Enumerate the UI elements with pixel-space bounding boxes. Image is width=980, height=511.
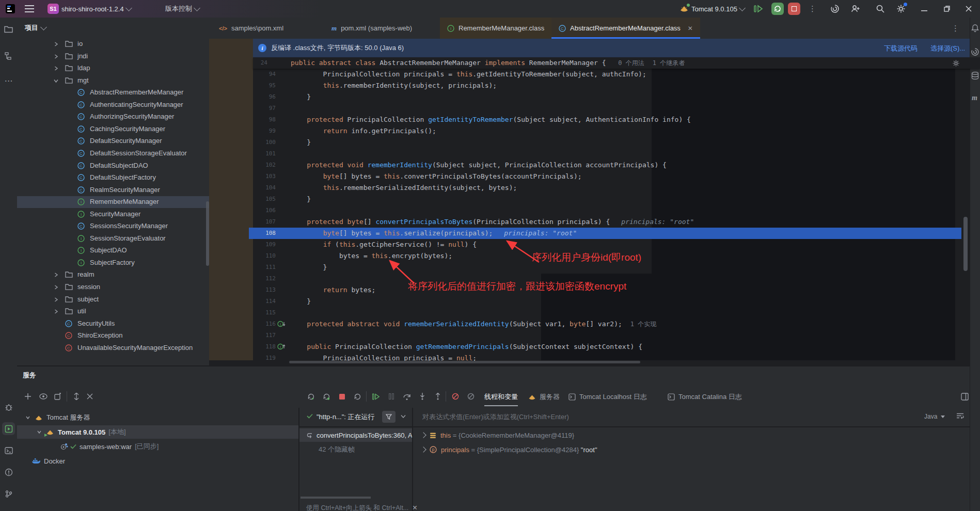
code-line-103[interactable]: 103 byte[] bytes = this.convertPrincipal… [209,171,961,182]
resume-program-button[interactable] [369,390,383,403]
problems-tool-icon[interactable] [2,466,15,478]
project-widget[interactable]: S1 shiro-shiro-root-1.2.4 [48,0,131,18]
stack-frame-row[interactable]: convertPrincipalsToBytes:360, A [299,428,412,442]
line-number[interactable]: 104 [252,182,276,194]
tab-abstractremembermemanager[interactable]: C AbstractRememberMeManager.class ✕ [551,18,700,39]
ai-assistant-icon[interactable] [830,0,840,18]
line-number[interactable]: 94 [252,69,276,80]
terminal-tool-icon[interactable] [2,444,15,457]
tree-item-ldap[interactable]: ldap [17,62,209,74]
tree-item-session[interactable]: session [17,281,209,293]
chevron-right-icon[interactable] [420,446,426,452]
step-out-button[interactable] [431,390,445,403]
code-line-115[interactable]: 115 [209,307,961,318]
panel-title[interactable]: 服务 [23,371,36,380]
code-line-96[interactable]: 96 } [209,91,961,103]
code-line-94[interactable]: 94 PrincipalCollection principals = this… [209,69,961,80]
database-icon[interactable] [971,71,979,80]
line-number[interactable]: 117 [252,330,276,341]
chevron-right-icon[interactable] [54,309,58,314]
tab-threads-variables[interactable]: 线程和变量 [484,389,518,405]
tree-item-realm[interactable]: realm [17,269,209,281]
project-panel-header[interactable]: 项目 [25,23,46,33]
maven-icon[interactable]: m [972,94,977,102]
mute-breakpoints-button[interactable] [464,390,478,403]
tree-item-SubjectFactory[interactable]: ISubjectFactory [17,257,209,269]
tree-item-SecurityUtils[interactable]: CSecurityUtils [17,318,209,330]
collapse-all-button[interactable] [83,390,97,403]
code-line-98[interactable]: 98 protected PrincipalCollection getIden… [209,114,961,125]
line-number[interactable]: 109 [252,239,276,250]
tree-item-AuthorizingSecurityManager[interactable]: CAuthorizingSecurityManager [17,111,209,123]
line-number[interactable]: 103 [252,171,276,182]
assistant-icon[interactable] [971,47,979,56]
sticky-class-header[interactable]: 24 public abstract class AbstractRemembe… [253,57,980,69]
code-line-95[interactable]: 95 this.rememberIdentity(subject, princi… [209,80,961,91]
rerun-session-button[interactable] [304,390,318,403]
tab-options-icon[interactable]: ⋮ [952,24,959,33]
tree-item-DefaultSecurityManager[interactable]: CDefaultSecurityManager [17,135,209,147]
tree-item-DefaultSessionStorageEvaluator[interactable]: CDefaultSessionStorageEvaluator [17,148,209,159]
code-line-108[interactable]: 108 byte[] bytes = this.serialize(princi… [209,228,961,239]
rerun-button[interactable] [771,3,784,15]
tree-item-DefaultSubjectFactory[interactable]: CDefaultSubjectFactory [17,172,209,184]
tree-item-CachingSecurityManager[interactable]: CCachingSecurityManager [17,123,209,135]
stop-button[interactable] [788,3,800,15]
code-line-118[interactable]: 118I public PrincipalCollection getRemem… [209,341,961,353]
code-line-106[interactable]: 106 [209,205,961,216]
settings-gear-icon[interactable] [896,0,906,18]
code-line-114[interactable]: 114 } [209,296,961,307]
frames-filter-button[interactable] [382,411,396,423]
services-docker-row[interactable]: Docker [17,454,298,468]
services-artifact-row[interactable]: samples-web:war [已同步] [17,440,298,453]
line-number[interactable]: 95 [252,80,276,91]
line-number[interactable]: 98 [252,114,276,125]
chevron-right-icon[interactable] [54,66,58,71]
line-number[interactable]: 119 [252,353,276,364]
tree-item-DefaultSubjectDAO[interactable]: CDefaultSubjectDAO [17,160,209,172]
line-number[interactable]: 108 [252,228,276,239]
choose-sources-link[interactable]: 选择源(S)... [930,44,965,53]
line-number[interactable]: 118 [252,341,276,353]
add-service-button[interactable] [21,390,35,403]
line-number[interactable]: 96 [252,91,276,103]
code-line-116[interactable]: 116I protected abstract void rememberSer… [209,318,961,330]
main-menu-icon[interactable] [25,0,34,18]
services-root-row[interactable]: Tomcat 服务器 [17,411,298,424]
tree-item-SessionsSecurityManager[interactable]: CSessionsSecurityManager [17,220,209,232]
tab-tomcat-localhost-log[interactable]: Tomcat Localhost 日志 [568,389,647,405]
tree-item-UnavailableSecurityManagerException[interactable]: CUnavailableSecurityManagerException [17,342,209,354]
tree-item-RealmSecurityManager[interactable]: CRealmSecurityManager [17,184,209,196]
close-hint-icon[interactable]: ✕ [412,504,417,511]
tree-item-SubjectDAO[interactable]: ISubjectDAO [17,245,209,257]
step-over-button[interactable] [400,390,414,403]
close-tab-icon[interactable]: ✕ [688,25,693,32]
code-line-100[interactable]: 100 } [209,137,961,148]
tree-item-SecurityManager[interactable]: ISecurityManager [17,209,209,220]
code-line-117[interactable]: 117 [209,330,961,341]
code-line-102[interactable]: 102 protected void rememberIdentity(Subj… [209,159,961,171]
usages-hint[interactable]: 1 个实现 [630,321,656,328]
editor-hscrollbar[interactable] [289,361,640,363]
variable-row-this[interactable]: this = {CookieRememberMeManager@4119} [413,428,980,442]
line-number[interactable]: 105 [252,194,276,205]
variable-row-principals[interactable]: p principals = {SimplePrincipalCollectio… [413,443,980,456]
structure-tool-icon[interactable] [2,50,15,62]
tree-item-SessionStorageEvaluator[interactable]: ISessionStorageEvaluator [17,233,209,245]
project-tool-icon[interactable] [2,23,15,36]
tree-item-ShiroException[interactable]: CShiroException [17,330,209,342]
expand-all-button[interactable] [70,390,83,403]
resume-refresh-button[interactable] [351,390,364,403]
tab-remembermemanager[interactable]: I RememberMeManager.class [440,18,551,39]
hidden-frames-row[interactable]: 42 个隐藏帧 [299,443,412,456]
line-number[interactable]: 97 [252,103,276,114]
editor-settings-gear-icon[interactable] [952,59,960,67]
close-button[interactable] [957,0,980,18]
implemented-from-gutter-icon[interactable]: I [277,343,286,350]
view-breakpoints-button[interactable] [449,390,462,403]
services-server-row[interactable]: Tomcat 9.0.105 [本地] [17,425,298,439]
tree-item-subject[interactable]: subject [17,294,209,306]
evaluate-input[interactable]: 对表达式求值(Enter)或添加监视(Ctrl+Shift+Enter) Jav… [413,408,980,427]
usages-hint[interactable]: 0 个用法 [618,59,644,67]
chevron-right-icon[interactable] [54,273,58,277]
